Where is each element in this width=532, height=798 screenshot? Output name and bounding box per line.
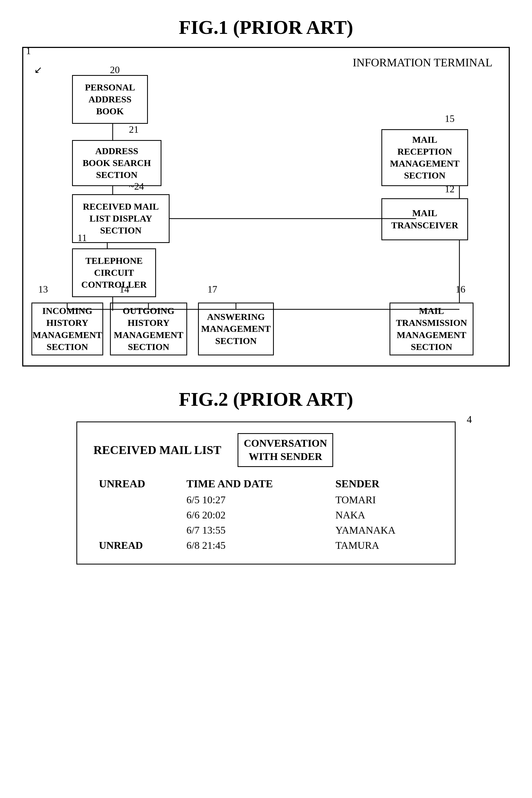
- incoming-history-box: INCOMINGHISTORYMANAGEMENTSECTION: [32, 303, 103, 355]
- mail-transmission-box: MAILTRANSMISSIONMANAGEMENTSECTION: [390, 303, 474, 355]
- info-terminal-label: INFORMATION TERMINAL: [353, 56, 492, 69]
- cell-unread: [93, 507, 181, 522]
- mail-list-header: RECEIVED MAIL LIST CONVERSATIONWITH SEND…: [93, 433, 439, 467]
- ref-21: 21: [129, 124, 139, 135]
- cell-sender: TOMARI: [330, 492, 439, 507]
- cell-sender: TAMURA: [330, 538, 439, 553]
- page: FIG.1 (PRIOR ART) 1 INFORMATION TERMINAL…: [0, 0, 532, 581]
- fig2-section: FIG.2 (PRIOR ART) 4 RECEIVED MAIL LIST C…: [22, 388, 510, 565]
- mail-reception-box: MAILRECEPTIONMANAGEMENTSECTION: [381, 129, 468, 186]
- fig1-title: FIG.1 (PRIOR ART): [22, 16, 510, 39]
- mail-list-title: RECEIVED MAIL LIST: [93, 443, 221, 457]
- col-unread: UNREAD: [93, 475, 181, 492]
- col-sender: SENDER: [330, 475, 439, 492]
- ref-14: 14: [119, 284, 129, 295]
- mail-transceiver-box: MAILTRANSCEIVER: [381, 198, 468, 240]
- personal-address-book-box: PERSONALADDRESSBOOK: [72, 75, 148, 124]
- ref-4: 4: [467, 413, 472, 425]
- ref-15: 15: [445, 113, 455, 124]
- fig2-title: FIG.2 (PRIOR ART): [22, 388, 510, 411]
- mail-table: UNREAD TIME AND DATE SENDER 6/5 10:27TOM…: [93, 475, 439, 553]
- ref-13: 13: [38, 284, 48, 295]
- cell-time-date: 6/6 20:02: [181, 507, 330, 522]
- answering-box: ANSWERINGMANAGEMENTSECTION: [198, 303, 274, 355]
- cell-sender: YAMANAKA: [330, 522, 439, 538]
- cell-time-date: 6/5 10:27: [181, 492, 330, 507]
- conversation-button[interactable]: CONVERSATIONWITH SENDER: [238, 433, 334, 467]
- ref-16: 16: [456, 284, 466, 295]
- table-row: 6/7 13:55YAMANAKA: [93, 522, 439, 538]
- ref-11: 11: [77, 232, 87, 244]
- table-row: 6/5 10:27TOMARI: [93, 492, 439, 507]
- cell-time-date: 6/7 13:55: [181, 522, 330, 538]
- table-row: 6/6 20:02NAKA: [93, 507, 439, 522]
- cell-unread: UNREAD: [93, 538, 181, 553]
- fig2-ref-wrapper: 4 RECEIVED MAIL LIST CONVERSATIONWITH SE…: [76, 421, 456, 565]
- ref-20: 20: [110, 64, 120, 76]
- ref-17: 17: [208, 284, 217, 295]
- cell-sender: NAKA: [330, 507, 439, 522]
- ref-12: 12: [445, 183, 455, 195]
- ref-1: 1: [26, 45, 31, 57]
- address-book-search-box: ADDRESSBOOK SEARCHSECTION: [72, 140, 162, 186]
- cell-unread: [93, 492, 181, 507]
- received-mail-container: RECEIVED MAIL LIST CONVERSATIONWITH SEND…: [76, 421, 456, 565]
- cell-time-date: 6/8 21:45: [181, 538, 330, 553]
- ref-20-tick: ↙: [34, 64, 42, 76]
- table-row: UNREAD6/8 21:45TAMURA: [93, 538, 439, 553]
- cell-unread: [93, 522, 181, 538]
- outgoing-history-box: OUTGOINGHISTORYMANAGEMENTSECTION: [110, 303, 187, 355]
- telephone-circuit-box: TELEPHONECIRCUITCONTROLLER: [72, 248, 156, 297]
- ref-24: ~24: [129, 181, 144, 192]
- fig1-diagram: 1 INFORMATION TERMINAL 20 ↙ PERSONALADDR…: [22, 47, 510, 366]
- col-time-date: TIME AND DATE: [181, 475, 330, 492]
